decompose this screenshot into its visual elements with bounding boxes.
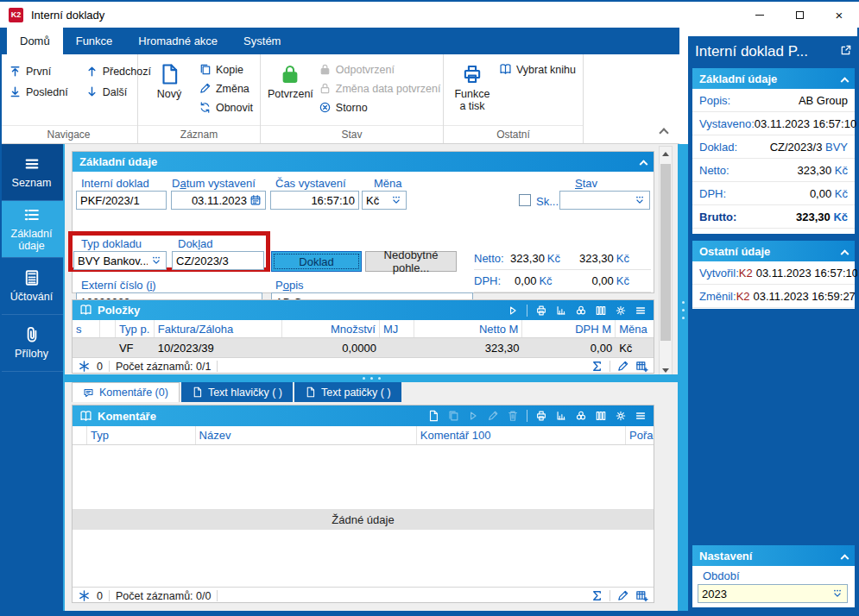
- grey-lock-icon: [319, 82, 332, 95]
- doklad-button[interactable]: Doklad: [271, 251, 362, 272]
- document-icon: [305, 387, 316, 398]
- edit-pencil-icon[interactable]: [616, 589, 629, 602]
- sum-icon[interactable]: [591, 589, 603, 602]
- ribbon-tab-hromadne-akce[interactable]: Hromadné akce: [125, 28, 231, 54]
- scroll-down-icon[interactable]: [662, 368, 669, 373]
- typ-dokladu-dropdown[interactable]: [73, 251, 167, 270]
- obdobi-input[interactable]: [702, 585, 829, 602]
- chevron-down-icon[interactable]: [150, 255, 162, 267]
- mena-input[interactable]: [366, 192, 388, 209]
- gear-icon[interactable]: [615, 410, 627, 422]
- col-typ-p[interactable]: Typ p.: [116, 320, 155, 337]
- calculator-icon: [23, 269, 41, 286]
- sum-icon[interactable]: [591, 360, 603, 373]
- ribbon-tab-system[interactable]: Systém: [231, 28, 294, 54]
- add-row-icon[interactable]: [635, 589, 648, 602]
- collapse-chevron-icon[interactable]: [841, 554, 850, 563]
- change-button[interactable]: Změna: [199, 82, 253, 95]
- summary-row-zmenil: Změnil: K203.11.2023 16:59:27: [692, 285, 855, 308]
- chart-icon[interactable]: [555, 305, 567, 317]
- new-button[interactable]: Nový: [145, 60, 193, 125]
- filter-asterisk-icon[interactable]: [78, 360, 91, 373]
- sidebar-item-seznam[interactable]: Seznam: [0, 144, 63, 201]
- minimize-button[interactable]: [740, 2, 780, 28]
- tab-komentare[interactable]: Komentáře (0): [72, 382, 180, 402]
- collapse-chevron-icon[interactable]: [640, 160, 648, 168]
- col-nazev[interactable]: Název: [196, 426, 417, 444]
- sk-checkbox[interactable]: [519, 194, 531, 206]
- chart-icon[interactable]: [555, 410, 567, 422]
- collapse-chevron-icon[interactable]: [841, 77, 850, 85]
- sidebar-item-uctovani[interactable]: Účtování: [0, 258, 63, 315]
- last-button[interactable]: Poslední: [9, 85, 68, 98]
- chevron-down-icon[interactable]: [831, 588, 843, 600]
- sidebar-item-prilohy[interactable]: Přílohy: [0, 315, 63, 372]
- summary-row-dph: DPH: 0,00 Kč: [692, 182, 855, 205]
- interni-doklad-input[interactable]: [76, 191, 167, 210]
- refresh-button[interactable]: Obnovit: [199, 101, 253, 114]
- scroll-up-icon[interactable]: [662, 152, 669, 156]
- col-netto-m[interactable]: Netto M: [414, 320, 523, 337]
- select-book-button[interactable]: Vybrat knihu: [499, 63, 576, 76]
- scrollbar-thumb[interactable]: [660, 164, 671, 341]
- storno-button[interactable]: Storno: [319, 101, 441, 114]
- run-function-icon[interactable]: [507, 305, 519, 317]
- datum-vystaveni-input[interactable]: [175, 192, 247, 209]
- nedobytne-pohledavky-button[interactable]: Nedobytné pohle...: [365, 251, 457, 272]
- sidebar-item-zakladni-udaje[interactable]: Základní údaje: [0, 201, 63, 258]
- new-record-icon[interactable]: [427, 410, 439, 422]
- stav-dropdown[interactable]: [559, 191, 650, 210]
- columns-icon[interactable]: [595, 410, 607, 422]
- chevron-down-icon[interactable]: [390, 194, 402, 206]
- document-icon: [192, 387, 203, 398]
- mena-dropdown[interactable]: [362, 191, 407, 210]
- obdobi-dropdown[interactable]: [698, 584, 848, 603]
- tab-text-paticky[interactable]: Text patičky ( ): [294, 382, 401, 402]
- col-mena[interactable]: Měna: [616, 320, 654, 337]
- col-blank[interactable]: [100, 320, 116, 337]
- add-row-icon[interactable]: [635, 360, 648, 373]
- functions-print-button[interactable]: Funkce a tisk: [451, 60, 494, 125]
- chevron-down-icon[interactable]: [634, 194, 646, 206]
- items-table-row[interactable]: VF 10/2023/39 0,0000 323,30 0,00 Kč: [73, 338, 654, 357]
- ribbon-tab-domu[interactable]: Domů: [7, 28, 63, 54]
- gear-icon[interactable]: [615, 305, 627, 317]
- stav-input[interactable]: [564, 192, 631, 209]
- col-poradi[interactable]: Pořadí: [626, 426, 654, 444]
- typ-dokladu-input[interactable]: [78, 252, 148, 269]
- confirm-button[interactable]: Potvrzení: [268, 60, 313, 125]
- menu-icon[interactable]: [635, 305, 647, 317]
- col-dph-m[interactable]: DPH M: [522, 320, 616, 337]
- calendar-icon[interactable]: [249, 194, 262, 206]
- menu-icon[interactable]: [635, 410, 647, 422]
- col-komentar-100[interactable]: Komentář 100: [417, 426, 626, 444]
- print-icon[interactable]: [535, 410, 547, 422]
- copy-button[interactable]: Kopie: [199, 63, 253, 76]
- col-faktura-zaloha[interactable]: Faktura/Záloha: [155, 320, 283, 337]
- vertical-scrollbar[interactable]: [659, 146, 673, 379]
- open-in-window-icon[interactable]: [839, 44, 852, 57]
- close-button[interactable]: ×: [819, 2, 859, 28]
- columns-icon[interactable]: [595, 305, 607, 317]
- maximize-button[interactable]: [780, 2, 819, 28]
- horizontal-splitter[interactable]: [65, 374, 678, 382]
- col-typ[interactable]: Typ: [87, 426, 196, 444]
- collapse-chevron-icon[interactable]: [841, 249, 850, 258]
- col-s[interactable]: s: [73, 320, 100, 337]
- ribbon-tab-funkce[interactable]: Funkce: [63, 28, 126, 54]
- sk-label: Sk...: [536, 195, 559, 208]
- datum-vystaveni-field[interactable]: [171, 191, 266, 210]
- cas-vystaveni-input[interactable]: [270, 191, 359, 210]
- col-mj[interactable]: MJ: [380, 320, 414, 337]
- col-mnozstvi[interactable]: Množství: [282, 320, 380, 337]
- workflow-icon[interactable]: [575, 305, 587, 317]
- first-button[interactable]: První: [9, 65, 68, 78]
- tab-text-hlavicky[interactable]: Text hlavičky ( ): [181, 382, 293, 402]
- filter-asterisk-icon[interactable]: [78, 589, 91, 602]
- vertical-splitter[interactable]: [678, 144, 688, 611]
- edit-pencil-icon[interactable]: [616, 360, 629, 373]
- workflow-icon[interactable]: [575, 410, 587, 422]
- print-icon[interactable]: [535, 305, 547, 317]
- doklad-input[interactable]: [172, 251, 264, 270]
- items-table-header: s Typ p. Faktura/Záloha Množství MJ Nett…: [73, 320, 654, 338]
